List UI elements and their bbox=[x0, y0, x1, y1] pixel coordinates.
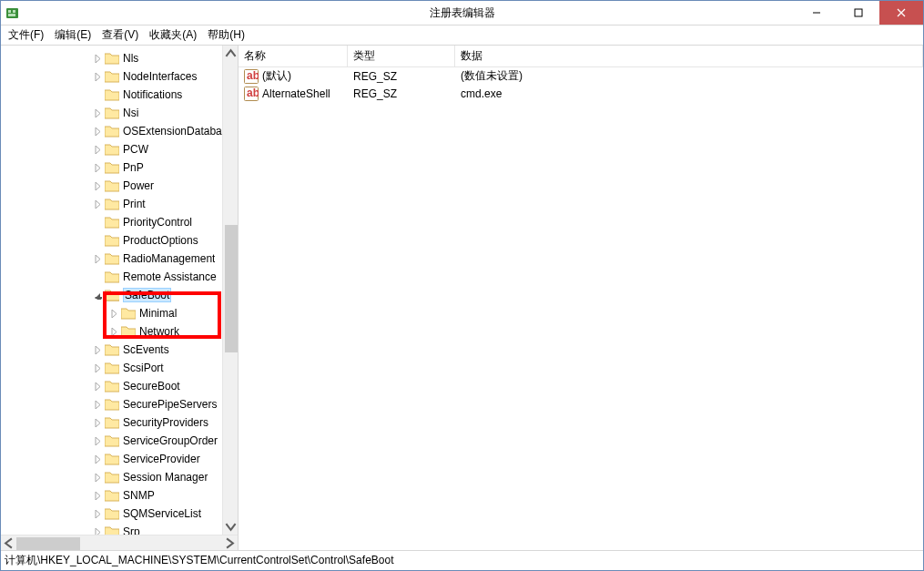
expander-placeholder bbox=[92, 235, 103, 246]
expand-icon[interactable] bbox=[92, 180, 103, 191]
vertical-scroll-thumb[interactable] bbox=[225, 225, 238, 352]
app-icon bbox=[5, 5, 20, 20]
expand-icon[interactable] bbox=[92, 454, 103, 464]
folder-icon bbox=[105, 125, 119, 138]
tree-node[interactable]: SecurePipeServers bbox=[1, 395, 222, 413]
expand-icon[interactable] bbox=[92, 417, 103, 428]
expand-icon[interactable] bbox=[92, 472, 103, 483]
tree-node[interactable]: OSExtensionDatabase bbox=[1, 122, 222, 140]
expand-icon[interactable] bbox=[108, 326, 119, 337]
tree-node[interactable]: Network bbox=[1, 322, 222, 341]
svg-rect-6 bbox=[855, 9, 862, 16]
tree-node[interactable]: SecurityProviders bbox=[1, 413, 222, 432]
expand-icon[interactable] bbox=[92, 508, 103, 519]
collapse-icon[interactable] bbox=[92, 290, 103, 301]
tree-node[interactable]: Srp bbox=[1, 523, 222, 535]
tree-node-label: SNMP bbox=[123, 489, 155, 502]
horizontal-scroll-thumb[interactable] bbox=[16, 537, 80, 550]
tree-node[interactable]: Minimal bbox=[1, 304, 222, 322]
tree-node[interactable]: ProductOptions bbox=[1, 231, 222, 250]
tree-node[interactable]: PriorityControl bbox=[1, 213, 222, 231]
folder-icon bbox=[105, 234, 119, 247]
tree-node-label: ScsiPort bbox=[123, 362, 164, 374]
tree-node[interactable]: SecureBoot bbox=[1, 377, 222, 395]
expand-icon[interactable] bbox=[92, 126, 103, 137]
tree-node[interactable]: Notifications bbox=[1, 86, 222, 104]
tree-node[interactable]: SNMP bbox=[1, 486, 222, 505]
expand-icon[interactable] bbox=[92, 399, 103, 410]
menu-edit[interactable]: 编辑(E) bbox=[49, 25, 96, 45]
expand-icon[interactable] bbox=[92, 362, 103, 373]
maximize-button[interactable] bbox=[838, 1, 879, 25]
close-button[interactable] bbox=[879, 1, 923, 25]
scroll-left-button[interactable] bbox=[1, 535, 16, 551]
scroll-up-button[interactable] bbox=[223, 46, 239, 61]
vertical-scrollbar[interactable] bbox=[222, 46, 238, 535]
tree-node[interactable]: Remote Assistance bbox=[1, 268, 222, 286]
menu-favorites[interactable]: 收藏夹(A) bbox=[144, 25, 202, 45]
folder-icon bbox=[105, 380, 119, 393]
list-row[interactable]: AlternateShellREG_SZcmd.exe bbox=[239, 85, 923, 102]
expand-icon[interactable] bbox=[92, 144, 103, 155]
list-row[interactable]: (默认)REG_SZ(数值未设置) bbox=[239, 67, 923, 85]
folder-icon bbox=[105, 343, 119, 356]
expand-icon[interactable] bbox=[92, 162, 103, 173]
expand-icon[interactable] bbox=[92, 490, 103, 501]
tree-node-label: Srp bbox=[123, 525, 140, 535]
tree-node-label: NodeInterfaces bbox=[123, 70, 197, 83]
tree-node[interactable]: Nsi bbox=[1, 104, 222, 122]
tree-node[interactable]: NodeInterfaces bbox=[1, 67, 222, 86]
cell-type: REG_SZ bbox=[348, 87, 455, 100]
column-header-name[interactable]: 名称 bbox=[239, 46, 348, 66]
scroll-down-button[interactable] bbox=[223, 519, 239, 535]
tree-node[interactable]: PCW bbox=[1, 140, 222, 158]
folder-icon bbox=[105, 70, 119, 83]
window-title: 注册表编辑器 bbox=[430, 5, 495, 21]
tree-node[interactable]: Nls bbox=[1, 49, 222, 67]
expand-icon[interactable] bbox=[92, 344, 103, 355]
expand-icon[interactable] bbox=[92, 199, 103, 209]
tree-node-label: Power bbox=[123, 179, 154, 192]
tree-node[interactable]: RadioManagement bbox=[1, 250, 222, 268]
horizontal-scrollbar[interactable] bbox=[1, 535, 238, 550]
expand-icon[interactable] bbox=[92, 53, 103, 64]
menu-file[interactable]: 文件(F) bbox=[3, 25, 49, 45]
tree-node-label: SecurePipeServers bbox=[123, 398, 217, 411]
string-value-icon bbox=[244, 69, 259, 84]
folder-icon bbox=[121, 307, 136, 320]
tree-node[interactable]: Power bbox=[1, 177, 222, 195]
folder-icon bbox=[105, 507, 119, 520]
tree-node[interactable]: ScsiPort bbox=[1, 359, 222, 377]
menu-view[interactable]: 查看(V) bbox=[96, 25, 144, 45]
statusbar: 计算机\HKEY_LOCAL_MACHINE\SYSTEM\CurrentCon… bbox=[1, 550, 923, 570]
tree-node[interactable]: Session Manager bbox=[1, 468, 222, 486]
tree-node[interactable]: ScEvents bbox=[1, 341, 222, 359]
expand-icon[interactable] bbox=[92, 381, 103, 392]
expand-icon[interactable] bbox=[108, 308, 119, 319]
minimize-button[interactable] bbox=[796, 1, 838, 25]
menubar: 文件(F) 编辑(E) 查看(V) 收藏夹(A) 帮助(H) bbox=[1, 25, 923, 45]
expand-icon[interactable] bbox=[92, 71, 103, 82]
cell-name: AlternateShell bbox=[239, 87, 348, 101]
tree-node[interactable]: SQMServiceList bbox=[1, 505, 222, 523]
tree-node[interactable]: ServiceGroupOrder bbox=[1, 432, 222, 450]
column-header-data[interactable]: 数据 bbox=[455, 46, 923, 66]
menu-help[interactable]: 帮助(H) bbox=[202, 25, 250, 45]
expand-icon[interactable] bbox=[92, 526, 103, 535]
tree-node-label: ScEvents bbox=[123, 343, 169, 356]
cell-type: REG_SZ bbox=[348, 70, 455, 83]
values-list[interactable]: (默认)REG_SZ(数值未设置)AlternateShellREG_SZcmd… bbox=[239, 67, 923, 550]
registry-tree[interactable]: NlsNodeInterfacesNotificationsNsiOSExten… bbox=[1, 46, 222, 535]
tree-node[interactable]: Print bbox=[1, 195, 222, 213]
column-header-type[interactable]: 类型 bbox=[348, 46, 455, 66]
tree-node[interactable]: ServiceProvider bbox=[1, 450, 222, 468]
tree-node[interactable]: SafeBoot bbox=[1, 286, 222, 304]
scroll-right-button[interactable] bbox=[222, 535, 238, 551]
expander-placeholder bbox=[92, 217, 103, 228]
expand-icon[interactable] bbox=[92, 253, 103, 264]
expand-icon[interactable] bbox=[92, 107, 103, 118]
expand-icon[interactable] bbox=[92, 435, 103, 446]
tree-node-label: Remote Assistance bbox=[123, 270, 217, 283]
tree-node[interactable]: PnP bbox=[1, 158, 222, 177]
titlebar[interactable]: 注册表编辑器 bbox=[1, 1, 923, 25]
